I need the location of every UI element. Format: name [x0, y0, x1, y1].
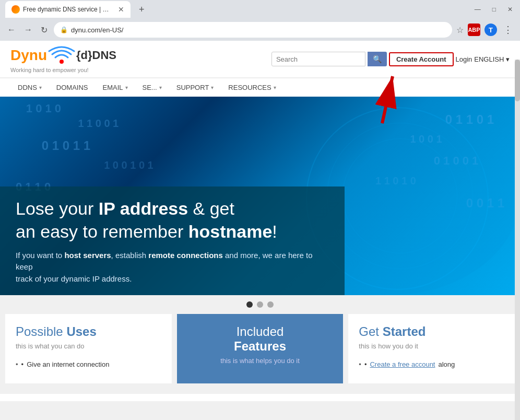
scrollbar[interactable] [515, 60, 520, 420]
nav-support-label: SUPPORT [176, 84, 209, 91]
nav-domains-label: DOMAINS [56, 84, 88, 91]
close-button[interactable]: ✕ [505, 4, 515, 15]
nav-item-se[interactable]: SE... ▾ [135, 78, 169, 97]
included-title-plain: Included [237, 324, 284, 339]
logo-area: Dynu {d}DNS Working hard to empower you! [10, 45, 116, 73]
possible-uses-subtitle: this is what you can do [16, 342, 161, 350]
included-title-bold: Features [234, 339, 286, 353]
create-account-link[interactable]: Create a free account [370, 360, 435, 368]
lock-icon: 🔒 [60, 26, 68, 33]
get-started-bold: Started [383, 324, 426, 339]
logo: Dynu {d}DNS Working hard to empower you! [10, 45, 116, 73]
get-started-subtitle: this is how you do it [359, 342, 504, 350]
create-account-button[interactable]: Create Account [389, 52, 454, 66]
hero-title-bold1: IP address [99, 199, 188, 218]
logo-tagline: Working hard to empower you! [10, 67, 116, 73]
get-started-item: • Create a free account along [359, 358, 504, 370]
new-tab-button[interactable]: + [137, 2, 147, 17]
language-selector[interactable]: ENGLISH ▾ [474, 55, 510, 63]
tab-bar: Free dynamic DNS service | Dynu... ✕ + [5, 1, 147, 18]
address-bar: ← → ↻ 🔒 dynu.com/en-US/ ☆ ABP T ⋮ [0, 19, 520, 41]
hero-sub-bold1: host servers [64, 251, 111, 260]
nav-item-ddns[interactable]: DDNS ▾ [10, 78, 49, 97]
address-input[interactable]: 🔒 dynu.com/en-US/ [54, 22, 452, 38]
browser-menu-button[interactable]: ⋮ [501, 22, 515, 38]
forward-button[interactable]: → [22, 23, 34, 37]
hero-text-overlay: Lose your IP address & getan easy to rem… [0, 186, 345, 295]
nav-ddns-arrow: ▾ [39, 85, 42, 90]
hero-sub-plain1: If you want to [16, 251, 64, 260]
tab-close-icon[interactable]: ✕ [118, 5, 124, 14]
hero-title-bold2: hostname [188, 221, 273, 241]
nav-resources-arrow: ▾ [274, 85, 276, 90]
search-button[interactable]: 🔍 [368, 52, 387, 66]
website-content: Dynu {d}DNS Working hard to empower you!… [0, 41, 520, 401]
possible-uses-title-plain: Possible [16, 324, 66, 339]
scrollbar-thumb[interactable] [515, 60, 520, 101]
nav-se-arrow: ▾ [159, 85, 162, 90]
bullet-gs: • [364, 360, 367, 368]
hero-subtitle: If you want to host servers, establish r… [16, 250, 329, 285]
wifi-logo-icon [48, 45, 75, 66]
hero-title-plain1: Lose your [16, 199, 99, 218]
carousel-dot-3[interactable] [267, 301, 274, 308]
nav-item-support[interactable]: SUPPORT ▾ [169, 78, 221, 97]
nav-email-label: EMAIL [103, 84, 123, 91]
nav-ddns-label: DDNS [18, 84, 37, 91]
header-right: 🔍 Create Account Login ENGLISH ▾ [271, 52, 510, 66]
active-tab[interactable]: Free dynamic DNS service | Dynu... ✕ [5, 1, 131, 18]
login-link[interactable]: Login [456, 55, 472, 63]
hero-sub-bold2: remote connections [148, 251, 223, 260]
hero-sub-plain2: , establish [111, 251, 149, 260]
included-features-card: IncludedFeatures this is what helps you … [177, 314, 344, 383]
hero-banner: 1 0 1 0 1 1 0 0 1 0 1 0 1 1 1 0 0 1 0 1 … [0, 97, 520, 295]
nav-se-label: SE... [143, 84, 157, 91]
svg-point-0 [60, 60, 64, 64]
carousel-dot-1[interactable] [246, 301, 253, 308]
get-started-suffix: along [439, 360, 455, 368]
reload-button[interactable]: ↻ [39, 23, 50, 37]
possible-uses-card: Possible Uses this is what you can do • … [5, 314, 172, 383]
maximize-button[interactable]: □ [490, 4, 498, 15]
bookmark-star-button[interactable]: ☆ [456, 25, 464, 35]
site-navigation: DDNS ▾ DOMAINS EMAIL ▾ SE... ▾ SUPPORT ▾… [0, 78, 520, 97]
window-controls: — □ ✕ [472, 4, 515, 15]
tab-favicon [11, 5, 20, 14]
nav-item-resources[interactable]: RESOURCES ▾ [221, 78, 283, 97]
search-row: 🔍 Create Account Login ENGLISH ▾ [271, 52, 510, 66]
hero-title: Lose your IP address & getan easy to rem… [16, 197, 329, 243]
logo-dynu-text: Dynu [10, 47, 47, 64]
search-input[interactable] [271, 52, 365, 66]
bullet-icon-1: • [21, 360, 24, 368]
back-button[interactable]: ← [5, 23, 18, 37]
get-started-plain: Get [359, 324, 382, 339]
included-features-title: IncludedFeatures [187, 324, 333, 354]
minimize-button[interactable]: — [472, 4, 483, 15]
title-bar: Free dynamic DNS service | Dynu... ✕ + —… [0, 0, 520, 19]
profile-button[interactable]: T [484, 24, 497, 36]
hero-title-end: ! [272, 221, 277, 241]
included-features-subtitle: this is what helps you do it [187, 357, 333, 365]
address-text: dynu.com/en-US/ [71, 26, 123, 34]
get-started-card: Get Started this is how you do it • Crea… [348, 314, 515, 383]
get-started-title: Get Started [359, 324, 504, 339]
nav-support-arrow: ▾ [211, 85, 214, 90]
abp-extension[interactable]: ABP [468, 24, 480, 36]
tab-title: Free dynamic DNS service | Dynu... [23, 6, 113, 13]
nav-item-domains[interactable]: DOMAINS [49, 78, 96, 97]
possible-uses-title-bold: Uses [66, 324, 96, 339]
logo-ddns-text: {d}DNS [76, 49, 116, 62]
nav-item-email[interactable]: EMAIL ▾ [96, 78, 135, 97]
site-header: Dynu {d}DNS Working hard to empower you!… [0, 41, 520, 78]
browser-window: Free dynamic DNS service | Dynu... ✕ + —… [0, 0, 520, 41]
possible-uses-item-1: • Give an internet connection [16, 358, 161, 370]
nav-resources-label: RESOURCES [228, 84, 271, 91]
carousel-dots [0, 295, 520, 314]
possible-uses-title: Possible Uses [16, 324, 161, 339]
feature-section: Possible Uses this is what you can do • … [0, 314, 520, 394]
carousel-dot-2[interactable] [257, 301, 263, 308]
nav-email-arrow: ▾ [125, 85, 128, 90]
